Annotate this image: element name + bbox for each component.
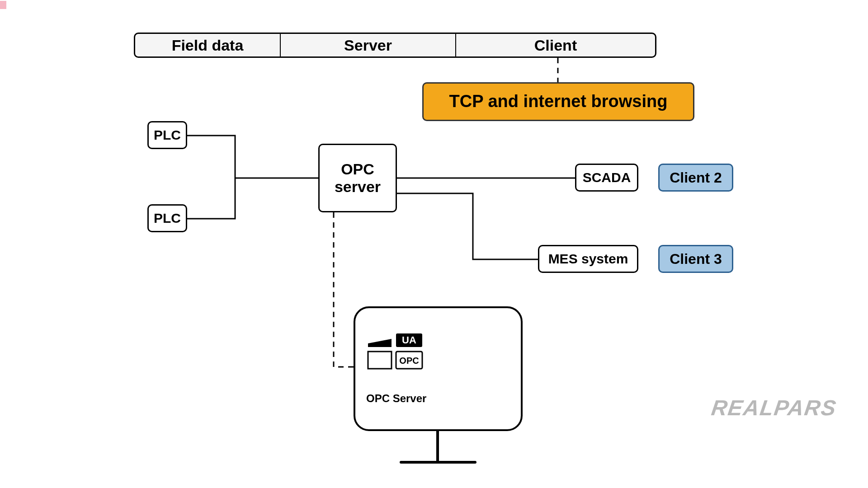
chip-client-3: Client 3	[658, 245, 733, 273]
decorative-mark	[0, 1, 6, 9]
callout-text: TCP and internet browsing	[449, 92, 668, 112]
node-opc-server: OPC server	[318, 144, 397, 212]
svg-text:UA: UA	[402, 334, 416, 346]
svg-text:OPC: OPC	[399, 356, 419, 366]
monitor-base	[400, 461, 476, 464]
node-plc-2: PLC	[147, 204, 187, 232]
brand-wordmark: REALPARS	[710, 395, 838, 420]
node-mes-system: MES system	[538, 245, 638, 273]
svg-marker-0	[368, 339, 392, 347]
node-plc-1: PLC	[147, 121, 187, 149]
callout-tcp-browsing: TCP and internet browsing	[422, 82, 694, 121]
chip-client-2: Client 2	[658, 164, 733, 192]
node-scada: SCADA	[575, 164, 638, 192]
monitor-stem	[436, 431, 439, 461]
header-field-data: Field data	[134, 33, 280, 58]
diagram-stage: Field data Server Client TCP and interne…	[0, 0, 868, 488]
monitor-opc-server-label: OPC Server	[366, 392, 426, 405]
opc-ua-logo-icon: UA OPC	[366, 327, 424, 371]
svg-rect-3	[368, 352, 392, 369]
header-client: Client	[456, 33, 656, 58]
header-server: Server	[280, 33, 456, 58]
